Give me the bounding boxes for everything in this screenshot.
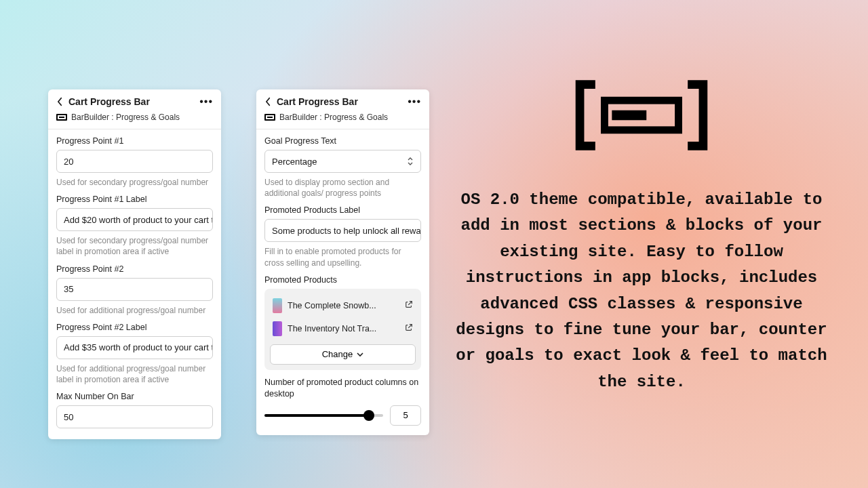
field-label: Progress Point #2 Label: [56, 323, 213, 332]
app-label: BarBuilder : Progress & Goals: [279, 113, 388, 122]
back-icon[interactable]: [263, 97, 273, 106]
field-label: Max Number On Bar: [56, 392, 213, 401]
field-label: Promoted Products Label: [264, 205, 421, 215]
more-icon[interactable]: •••: [199, 98, 213, 105]
panel-header: Cart Progress Bar •••: [256, 89, 429, 111]
slider-fill: [264, 414, 369, 417]
promoted-products-label-input[interactable]: Some products to help unlock all reward: [264, 219, 421, 242]
field-helper: Fill in to enable promoted products for …: [264, 246, 421, 268]
promoted-products-block: The Complete Snowb... The Inventory Not …: [264, 289, 421, 370]
field-label: Promoted Products: [264, 275, 421, 285]
brand-logo: [574, 75, 709, 159]
external-link-icon[interactable]: [405, 323, 413, 333]
columns-value-input[interactable]: 5: [390, 405, 421, 426]
more-icon[interactable]: •••: [408, 98, 421, 105]
select-caret-icon: [407, 157, 414, 166]
field-label: Goal Progress Text: [264, 136, 421, 146]
chevron-down-icon: [357, 349, 363, 359]
panel-subheader: BarBuilder : Progress & Goals: [48, 111, 221, 129]
goal-progress-text-select[interactable]: Percentage: [264, 150, 421, 173]
field-helper: Used to display promo section and additi…: [264, 177, 421, 199]
field-label: Progress Point #1: [56, 136, 213, 146]
select-value: Percentage: [272, 157, 317, 167]
panel-title: Cart Progress Bar: [68, 96, 199, 107]
field-label: Number of promoted product columns on de…: [264, 377, 421, 400]
columns-slider[interactable]: [264, 409, 383, 422]
progress-point-1-input[interactable]: 20: [56, 150, 213, 173]
field-helper: Used for secondary progress/goal number …: [56, 235, 213, 257]
field-helper: Used for additional progress/goal number…: [56, 363, 213, 385]
settings-panel-right: Cart Progress Bar ••• BarBuilder : Progr…: [256, 89, 429, 435]
product-row[interactable]: The Complete Snowb...: [270, 294, 416, 317]
progress-point-2-input[interactable]: 35: [56, 278, 213, 301]
app-logo-icon: [264, 114, 275, 121]
change-button-label: Change: [322, 349, 353, 359]
slider-knob[interactable]: [363, 410, 374, 421]
field-label: Progress Point #1 Label: [56, 195, 213, 204]
field-helper: Used for secondary progress/goal number: [56, 177, 213, 188]
product-thumb: [273, 298, 282, 313]
product-name: The Complete Snowb...: [288, 301, 399, 310]
settings-panel-left: Cart Progress Bar ••• BarBuilder : Progr…: [48, 89, 221, 439]
change-button[interactable]: Change: [270, 344, 416, 365]
product-name: The Inventory Not Tra...: [288, 324, 399, 333]
product-thumb: [273, 321, 282, 336]
max-number-input[interactable]: 50: [56, 405, 213, 428]
marketing-copy: OS 2.0 theme compatible, available to ad…: [453, 187, 830, 395]
svg-rect-1: [612, 110, 646, 121]
external-link-icon[interactable]: [405, 300, 413, 310]
panel-title: Cart Progress Bar: [277, 96, 408, 107]
progress-point-2-label-input[interactable]: Add $35 worth of product to your cart t: [56, 336, 213, 359]
panel-subheader: BarBuilder : Progress & Goals: [256, 111, 429, 129]
app-label: BarBuilder : Progress & Goals: [71, 113, 180, 122]
back-icon[interactable]: [55, 97, 64, 106]
product-row[interactable]: The Inventory Not Tra...: [270, 317, 416, 340]
panel-header: Cart Progress Bar •••: [48, 89, 221, 111]
field-label: Progress Point #2: [56, 264, 213, 274]
progress-point-1-label-input[interactable]: Add $20 worth of product to your cart t: [56, 208, 213, 231]
field-helper: Used for additional progress/goal number: [56, 305, 213, 316]
app-logo-icon: [56, 114, 67, 121]
